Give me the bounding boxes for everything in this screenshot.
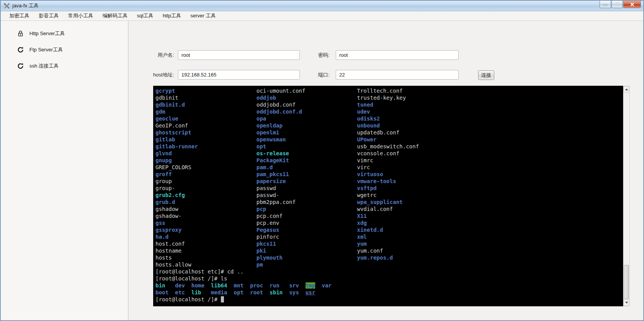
window-controls <box>599 1 641 8</box>
sidebar-item-http-server[interactable]: Http Server工具 <box>1 25 128 42</box>
terminal-entry: vconsole.conf <box>357 150 419 157</box>
terminal-entry: oddjobd.conf.d <box>256 108 305 115</box>
terminal-entry: vmware-tools <box>357 178 419 185</box>
terminal-entry: udev <box>357 108 419 115</box>
terminal-entry: pinforc <box>256 233 305 240</box>
terminal-entry: gdm <box>155 108 198 115</box>
menu-item[interactable]: 加密工具 <box>5 11 34 20</box>
username-input[interactable] <box>178 50 300 60</box>
terminal-entry: group- <box>155 185 198 192</box>
sidebar-item-label: ssh 连接工具 <box>29 63 59 70</box>
terminal-entry: wvdial.conf <box>357 206 419 212</box>
terminal-entry: passwd- <box>256 192 305 199</box>
terminal-entry: ghostscript <box>155 129 198 136</box>
arrow-up-icon <box>625 88 628 90</box>
terminal-entry: grub.d <box>155 199 198 206</box>
main-panel: 用户名: 密码: host地址: 端口: 连接 gcryptgdbinitgdb… <box>129 21 644 321</box>
terminal-entry: yum.repos.d <box>357 254 419 261</box>
minimize-icon <box>603 3 608 6</box>
close-icon <box>630 2 635 7</box>
terminal-entry: oddjob <box>256 94 305 101</box>
terminal-entry: gssproxy <box>155 226 198 233</box>
terminal-entry: openwsman <box>256 136 305 143</box>
terminal-column-2: Trolltech.conftrusted-key.keytunedudevud… <box>357 87 419 261</box>
terminal-entry: GREP_COLORS <box>155 164 198 171</box>
terminal-line: bin dev home lib64 mnt proc run srv tmp … <box>155 282 623 289</box>
restore-icon <box>615 2 620 7</box>
terminal-screen[interactable]: gcryptgdbinitgdbinit.dgdmgeoclueGeoIP.co… <box>153 86 623 306</box>
terminal-entry: gnupg <box>155 157 198 164</box>
menu-item[interactable]: sql工具 <box>132 11 158 20</box>
terminal-scrollbar[interactable] <box>623 86 630 306</box>
scroll-up-button[interactable] <box>624 86 629 93</box>
terminal-entry: hosts <box>155 254 198 261</box>
sidebar-item-ftp-server[interactable]: Ftp Server工具 <box>1 42 128 58</box>
password-label: 密码: <box>295 50 330 60</box>
password-input[interactable] <box>336 50 459 60</box>
sidebar-item-label: Ftp Server工具 <box>29 46 63 53</box>
terminal-entry: wgetrc <box>357 192 419 199</box>
menu-item[interactable]: 编解码工具 <box>98 11 132 20</box>
terminal-line: [root@localhost /]# ls <box>155 275 623 282</box>
terminal-entry: pbm2ppa.conf <box>256 199 305 206</box>
terminal-entry: unbound <box>357 122 419 129</box>
terminal-entry: xdg <box>357 219 419 226</box>
terminal-column-1: oci-umount.confoddjoboddjobd.confoddjobd… <box>256 87 305 268</box>
terminal-entry: oci-umount.conf <box>256 87 305 94</box>
terminal-entry: Pegasus <box>256 226 305 233</box>
terminal-entry: yum <box>357 240 419 247</box>
host-input[interactable] <box>178 70 300 80</box>
terminal-entry: openlmi <box>256 129 305 136</box>
terminal-entry: pcp <box>256 206 305 212</box>
terminal-entry: openldap <box>256 122 305 129</box>
terminal-entry: udisks2 <box>357 115 419 122</box>
terminal-entry: yum.conf <box>357 247 419 254</box>
terminal-entry: groff <box>155 171 198 178</box>
terminal-entry: gshadow- <box>155 212 198 219</box>
close-button[interactable] <box>623 1 641 8</box>
terminal-entry: GeoIP.conf <box>155 122 198 129</box>
terminal-entry: plymouth <box>256 254 305 261</box>
connect-button[interactable]: 连接 <box>478 70 494 80</box>
port-label: 端口: <box>295 70 330 80</box>
terminal-entry: usb_modeswitch.conf <box>357 143 419 150</box>
menu-item[interactable]: http工具 <box>158 11 186 20</box>
terminal-entry: UPower <box>357 136 419 143</box>
terminal-entry: geoclue <box>155 115 198 122</box>
scrollbar-thumb[interactable] <box>624 265 629 299</box>
terminal-entry: group <box>155 178 198 185</box>
scroll-down-button[interactable] <box>624 299 629 306</box>
terminal-entry: virc <box>357 164 419 171</box>
port-input[interactable] <box>336 70 459 80</box>
terminal-entry: pki <box>256 247 305 254</box>
terminal-entry: updatedb.conf <box>357 129 419 136</box>
terminal-entry: pam_pkcs11 <box>256 171 305 178</box>
terminal-line: [root@localhost etc]# cd .. <box>155 268 623 275</box>
menu-item[interactable]: server 工具 <box>186 11 220 20</box>
terminal-entry: pam.d <box>256 164 305 171</box>
terminal-entry: vsftpd <box>357 185 419 192</box>
app-window: java-fx 工具 加密工具影音工具常用小工具编解码工具s <box>0 0 644 321</box>
terminal-entry: hosts.allow <box>155 261 198 268</box>
menu-item[interactable]: 影音工具 <box>34 11 63 20</box>
terminal-entry: X11 <box>357 212 419 219</box>
sidebar-item-label: Http Server工具 <box>29 30 65 37</box>
terminal-entry: vimrc <box>357 157 419 164</box>
terminal-entry: gcrypt <box>155 87 198 94</box>
terminal-entry: gitlab-runner <box>155 143 198 150</box>
terminal-entry: gdbinit.d <box>155 101 198 108</box>
terminal-lines: [root@localhost etc]# cd ..[root@localho… <box>155 268 623 303</box>
terminal-entry: pcp.conf <box>256 212 305 219</box>
restore-button[interactable] <box>612 1 623 8</box>
ssh-terminal: gcryptgdbinitgdbinit.dgdmgeoclueGeoIP.co… <box>153 86 630 306</box>
username-label: 用户名: <box>140 50 174 60</box>
terminal-entry: PackageKit <box>256 157 305 164</box>
terminal-entry: hostname <box>155 247 198 254</box>
title-bar[interactable]: java-fx 工具 <box>1 1 643 11</box>
terminal-entry: opt <box>256 143 305 150</box>
terminal-entry: grub2.cfg <box>155 192 198 199</box>
menu-item[interactable]: 常用小工具 <box>63 11 98 20</box>
sidebar-item-ssh-connect[interactable]: ssh 连接工具 <box>1 58 128 74</box>
minimize-button[interactable] <box>600 1 611 8</box>
terminal-entry: pcp.env <box>256 219 305 226</box>
